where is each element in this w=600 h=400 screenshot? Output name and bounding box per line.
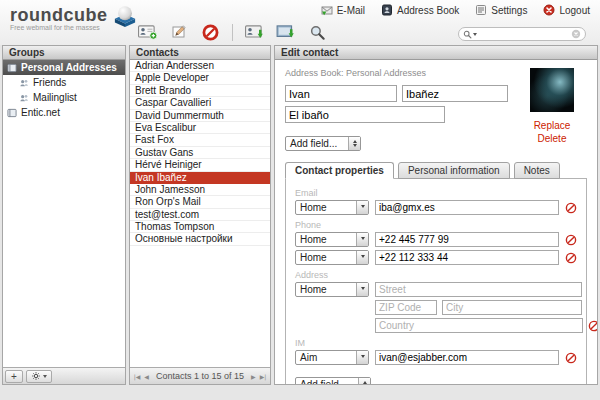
phone-type-select-1[interactable]: Home <box>295 232 369 247</box>
phone-type-select-2[interactable]: Home <box>295 250 369 265</box>
displayname-field[interactable] <box>285 106 445 123</box>
add-field-label: Add field... <box>286 138 348 149</box>
delete-address-icon[interactable] <box>588 320 597 332</box>
group-label: Mailinglist <box>33 92 77 103</box>
firstname-field[interactable] <box>285 85 397 102</box>
contacts-panel: Contacts Adrian Anderssen Apple Develope… <box>129 45 271 385</box>
surname-field[interactable] <box>402 85 508 102</box>
groups-panel-title: Groups <box>3 46 125 60</box>
add-field-select-bottom[interactable]: Add field... <box>295 377 371 384</box>
contact-row[interactable]: Fast Fox <box>130 134 270 146</box>
delete-phone-1-icon[interactable] <box>565 234 577 246</box>
import-contacts-button[interactable] <box>242 22 268 42</box>
im-field[interactable] <box>375 350 559 365</box>
edit-contact-button[interactable] <box>166 22 192 42</box>
email-icon <box>321 4 333 16</box>
select-arrow-icon <box>356 201 368 214</box>
last-page-button[interactable]: ▶| <box>260 373 267 380</box>
select-arrows-icon <box>348 137 360 150</box>
city-field[interactable] <box>442 300 582 315</box>
contact-row[interactable]: Hérvé Heiniger <box>130 159 270 171</box>
contact-row[interactable]: Ivan Ibañez <box>130 172 270 184</box>
prev-page-button[interactable]: ◀ <box>144 373 149 380</box>
search-contacts-button[interactable] <box>304 22 330 42</box>
zip-code-field[interactable] <box>375 300 437 315</box>
brand-name: roundcube <box>10 6 108 24</box>
im-section-label: IM <box>295 338 577 348</box>
add-contact-button[interactable] <box>135 22 161 42</box>
settings-icon <box>475 4 487 16</box>
search-clear-button[interactable] <box>571 29 581 39</box>
delete-contact-button[interactable] <box>197 22 223 42</box>
im-type-select[interactable]: Aim <box>295 350 369 365</box>
select-arrows-icon <box>358 378 370 384</box>
toolbar-separator <box>232 24 233 41</box>
contact-name: test@test.com <box>135 209 199 220</box>
delete-phone-2-icon[interactable] <box>565 252 577 264</box>
edit-contact-icon <box>170 24 188 40</box>
select-arrow-icon <box>356 351 368 364</box>
contact-name: Hérvé Heiniger <box>135 159 202 170</box>
phone-field-2[interactable] <box>375 250 559 265</box>
delete-im-icon[interactable] <box>565 352 577 364</box>
delete-contact-icon <box>202 24 219 41</box>
contact-name: Brett Brando <box>135 85 191 96</box>
tab-personal-information[interactable]: Personal information <box>398 162 510 179</box>
contact-row[interactable]: test@test.com <box>130 209 270 221</box>
taskbar-logout[interactable]: Logout <box>543 4 590 16</box>
taskbar-email[interactable]: E-Mail <box>321 4 365 16</box>
sidebar-item-friends[interactable]: Friends <box>3 75 125 90</box>
group-icon <box>19 93 29 103</box>
add-group-button[interactable]: + <box>5 370 23 383</box>
contact-row[interactable]: Основные настройки <box>130 233 270 245</box>
delete-photo-link[interactable]: Delete <box>517 132 587 145</box>
sidebar-item-mailinglist[interactable]: Mailinglist <box>3 90 125 105</box>
contact-row[interactable]: Brett Brando <box>130 85 270 97</box>
contact-name: Основные настройки <box>135 233 233 244</box>
next-page-button[interactable]: ▶ <box>251 373 256 380</box>
contact-row[interactable]: Ron Orp's Mail <box>130 196 270 208</box>
contact-row[interactable]: David Dummermuth <box>130 110 270 122</box>
country-field[interactable] <box>375 318 583 333</box>
search-options-button[interactable] <box>463 30 477 39</box>
street-field[interactable] <box>375 282 582 297</box>
taskbar-logout-label: Logout <box>559 5 590 16</box>
phone-type-value: Home <box>296 234 356 245</box>
email-field[interactable] <box>375 200 559 215</box>
first-page-button[interactable]: |◀ <box>134 373 141 380</box>
contact-row[interactable]: Thomas Tompson <box>130 221 270 233</box>
taskbar-address-book[interactable]: Address Book <box>381 4 459 16</box>
phone-field-1[interactable] <box>375 232 559 247</box>
contact-row[interactable]: John Jamesson <box>130 184 270 196</box>
select-arrow-icon <box>356 233 368 246</box>
address-book-icon <box>7 108 17 118</box>
select-arrow-icon <box>356 283 368 296</box>
tab-notes[interactable]: Notes <box>514 162 560 179</box>
group-label: Friends <box>33 77 66 88</box>
contact-row[interactable]: Eva Escalibur <box>130 122 270 134</box>
roundcube-logo: roundcube Free webmail for the masses <box>10 4 139 31</box>
address-book-source-label: Address Book: Personal Addresses <box>285 68 517 78</box>
contact-row[interactable]: Apple Developer <box>130 72 270 84</box>
sidebar-item-personal-addresses[interactable]: Personal Addresses <box>3 60 125 75</box>
email-type-select[interactable]: Home <box>295 200 369 215</box>
search-input[interactable] <box>477 29 571 39</box>
delete-email-icon[interactable] <box>565 202 577 214</box>
contact-row[interactable]: Gustav Gans <box>130 147 270 159</box>
contact-name: Apple Developer <box>135 72 209 83</box>
export-contacts-button[interactable] <box>273 22 299 42</box>
contact-row[interactable]: Adrian Anderssen <box>130 60 270 72</box>
taskbar: E-Mail Address Book <box>321 4 590 16</box>
taskbar-settings[interactable]: Settings <box>475 4 527 16</box>
edit-contact-title: Edit contact <box>275 46 597 60</box>
address-type-select[interactable]: Home <box>295 282 369 297</box>
contact-name: Fast Fox <box>135 134 174 145</box>
toolbar <box>135 22 330 42</box>
address-type-value: Home <box>296 284 356 295</box>
sidebar-item-entic-net[interactable]: Entic.net <box>3 105 125 120</box>
groups-options-button[interactable] <box>26 370 52 383</box>
tab-contact-properties[interactable]: Contact properties <box>285 162 394 179</box>
contact-row[interactable]: Caspar Cavallieri <box>130 97 270 109</box>
add-field-select-top[interactable]: Add field... <box>285 136 361 151</box>
replace-photo-link[interactable]: Replace <box>517 119 587 132</box>
